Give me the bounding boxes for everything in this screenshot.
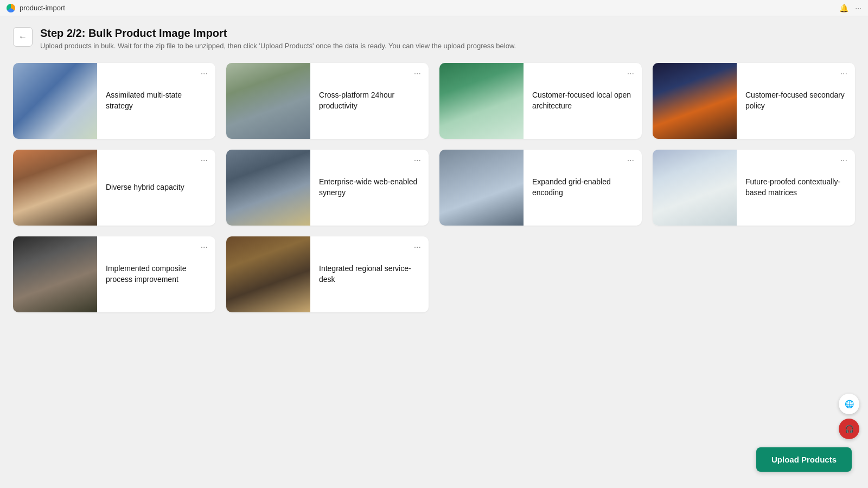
image-scene <box>653 63 737 139</box>
card-body: Future-proofed contextually-based matric… <box>737 169 855 206</box>
product-card: Customer-focused local open architecture… <box>439 63 642 139</box>
card-body: Customer-focused local open architecture <box>524 82 642 119</box>
card-menu-button[interactable]: ··· <box>838 68 850 79</box>
product-title: Assimilated multi-state strategy <box>106 90 207 111</box>
product-image <box>439 150 524 226</box>
product-image <box>226 150 310 226</box>
image-scene <box>439 150 524 226</box>
more-options-icon[interactable]: ··· <box>855 4 861 12</box>
card-body: Enterprise-wide web-enabled synergy <box>310 169 429 206</box>
product-card: Expanded grid-enabled encoding ··· <box>439 150 642 226</box>
product-title: Diverse hybrid capacity <box>106 182 207 193</box>
product-image <box>653 63 737 139</box>
image-scene <box>13 150 97 226</box>
upload-button-container: Upload Products <box>756 447 852 472</box>
product-card: Integrated regional service-desk ··· <box>226 236 429 312</box>
product-card: Assimilated multi-state strategy ··· <box>13 63 215 139</box>
card-menu-button[interactable]: ··· <box>625 155 636 166</box>
image-scene <box>226 63 310 139</box>
card-menu-button[interactable]: ··· <box>625 68 636 79</box>
product-card: Enterprise-wide web-enabled synergy ··· <box>226 150 429 226</box>
product-image <box>439 63 524 139</box>
product-title: Cross-platform 24hour productivity <box>319 90 420 111</box>
app-icon <box>7 4 15 12</box>
card-body: Assimilated multi-state strategy <box>97 82 215 119</box>
image-scene <box>439 63 524 139</box>
title-bar-left: product-import <box>7 4 65 12</box>
card-body: Implemented composite process improvemen… <box>97 256 215 292</box>
image-scene <box>653 150 737 226</box>
product-card: Implemented composite process improvemen… <box>13 236 215 312</box>
notification-icon[interactable]: 🔔 <box>839 4 848 12</box>
product-title: Customer-focused secondary policy <box>745 90 846 111</box>
fab-area: 🌐 🎧 <box>839 394 859 439</box>
product-title: Integrated regional service-desk <box>319 264 420 285</box>
image-scene <box>13 236 97 312</box>
card-body: Expanded grid-enabled encoding <box>524 169 642 206</box>
main-content: ← Step 2/2: Bulk Product Image Import Up… <box>0 16 868 323</box>
product-title: Future-proofed contextually-based matric… <box>745 177 846 198</box>
product-image <box>653 150 737 226</box>
title-bar-right: 🔔 ··· <box>839 4 861 12</box>
product-image <box>226 63 310 139</box>
product-image <box>226 236 310 312</box>
upload-products-button[interactable]: Upload Products <box>756 447 852 472</box>
card-body: Cross-platform 24hour productivity <box>310 82 429 119</box>
product-title: Enterprise-wide web-enabled synergy <box>319 177 420 198</box>
card-menu-button[interactable]: ··· <box>838 155 850 166</box>
image-scene <box>13 63 97 139</box>
card-menu-button[interactable]: ··· <box>199 242 210 253</box>
image-scene <box>226 150 310 226</box>
translate-icon: 🌐 <box>845 400 854 408</box>
product-title: Expanded grid-enabled encoding <box>532 177 633 198</box>
support-icon: 🎧 <box>845 425 854 433</box>
product-card: Future-proofed contextually-based matric… <box>653 150 855 226</box>
product-title: Customer-focused local open architecture <box>532 90 633 111</box>
card-menu-button[interactable]: ··· <box>199 68 210 79</box>
page-header: ← Step 2/2: Bulk Product Image Import Up… <box>13 27 855 50</box>
card-menu-button[interactable]: ··· <box>412 242 423 253</box>
card-body: Diverse hybrid capacity <box>97 175 215 201</box>
title-bar: product-import 🔔 ··· <box>0 0 868 16</box>
card-body: Customer-focused secondary policy <box>737 82 855 119</box>
header-text: Step 2/2: Bulk Product Image Import Uplo… <box>40 27 516 50</box>
support-fab[interactable]: 🎧 <box>839 419 859 439</box>
product-card: Cross-platform 24hour productivity ··· <box>226 63 429 139</box>
product-image <box>13 150 97 226</box>
product-card: Diverse hybrid capacity ··· <box>13 150 215 226</box>
card-body: Integrated regional service-desk <box>310 256 429 292</box>
product-image <box>13 63 97 139</box>
card-menu-button[interactable]: ··· <box>199 155 210 166</box>
image-scene <box>226 236 310 312</box>
translate-fab[interactable]: 🌐 <box>839 394 859 414</box>
card-menu-button[interactable]: ··· <box>412 155 423 166</box>
page-description: Upload products in bulk. Wait for the zi… <box>40 42 516 50</box>
product-grid: Assimilated multi-state strategy ··· Cro… <box>13 63 855 312</box>
product-image <box>13 236 97 312</box>
app-title: product-import <box>20 4 65 12</box>
card-menu-button[interactable]: ··· <box>412 68 423 79</box>
back-button[interactable]: ← <box>13 27 33 47</box>
product-card: Customer-focused secondary policy ··· <box>653 63 855 139</box>
page-title: Step 2/2: Bulk Product Image Import <box>40 27 516 40</box>
product-title: Implemented composite process improvemen… <box>106 264 207 285</box>
